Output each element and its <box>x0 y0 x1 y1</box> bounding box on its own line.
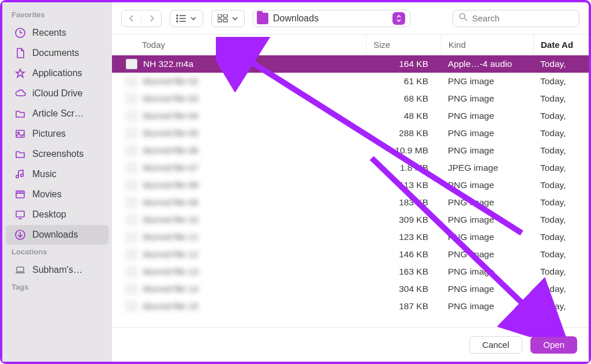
group-mode[interactable] <box>211 10 245 27</box>
file-size: 183 KB <box>366 197 441 208</box>
file-date: Today, <box>533 59 589 69</box>
file-row[interactable]: blurred-file-0448 KBPNG imageToday, <box>112 107 589 125</box>
file-row[interactable]: blurred-file-11123 KBPNG imageToday, <box>112 228 589 246</box>
file-row[interactable]: blurred-file-15187 KBPNG imageToday, <box>112 298 589 315</box>
sidebar-item-screenshots[interactable]: Screenshots <box>6 144 109 164</box>
file-date: Today, <box>533 249 589 260</box>
file-kind: PNG image <box>441 301 533 312</box>
file-name: blurred-file-05 <box>143 128 366 138</box>
sidebar-item-machine[interactable]: Subham's… <box>6 260 109 280</box>
file-row[interactable]: blurred-file-0261 KBPNG imageToday, <box>112 73 589 90</box>
file-row[interactable]: blurred-file-12146 KBPNG imageToday, <box>112 246 589 263</box>
file-size: 48 KB <box>366 111 441 121</box>
file-row[interactable]: blurred-file-05288 KBPNG imageToday, <box>112 125 589 142</box>
file-date: Today, <box>533 93 589 104</box>
file-row[interactable]: blurred-file-071.8 MBJPEG imageToday, <box>112 159 589 177</box>
sidebar: FavoritesRecentsDocumentsApplicationsiCl… <box>2 2 112 362</box>
sidebar-item-label: Applications <box>32 68 82 78</box>
view-mode-list[interactable] <box>170 10 203 27</box>
sidebar-item-movies[interactable]: Movies <box>6 185 109 204</box>
file-date: Today, <box>533 111 589 121</box>
file-icon <box>126 180 137 190</box>
svg-rect-22 <box>223 14 227 17</box>
sidebar-item-label: Music <box>32 169 57 179</box>
file-icon <box>126 76 137 87</box>
col-date[interactable]: Date Ad <box>533 35 589 55</box>
file-row[interactable]: NH 322.m4a164 KBApple…-4 audioToday, <box>112 55 589 73</box>
file-size: 163 KB <box>366 267 441 277</box>
col-size[interactable]: Size <box>366 35 441 55</box>
sidebar-item-label: Article Scr… <box>32 108 84 119</box>
file-kind: PNG image <box>441 284 533 294</box>
sidebar-item-downloads[interactable]: Downloads <box>6 225 109 245</box>
sidebar-item-icloud[interactable]: iCloud Drive <box>6 84 109 103</box>
file-kind: Apple…-4 audio <box>441 59 533 69</box>
file-row[interactable]: blurred-file-14304 KBPNG imageToday, <box>112 280 589 298</box>
file-kind: PNG image <box>441 249 533 260</box>
file-size: 1.8 MB <box>366 163 441 173</box>
file-row[interactable]: blurred-file-10309 KBPNG imageToday, <box>112 211 589 228</box>
file-row[interactable]: blurred-file-0368 KBPNG imageToday, <box>112 90 589 107</box>
svg-point-2 <box>18 132 20 134</box>
svg-point-3 <box>16 175 19 178</box>
file-kind: PNG image <box>441 93 533 104</box>
svg-point-15 <box>177 15 178 16</box>
sidebar-item-documents[interactable]: Documents <box>6 43 109 63</box>
file-name: blurred-file-10 <box>143 215 366 225</box>
svg-rect-13 <box>17 267 24 272</box>
file-icon <box>126 249 137 260</box>
open-button[interactable]: Open <box>530 336 577 354</box>
col-kind[interactable]: Kind <box>441 35 533 55</box>
sidebar-section-header: Favorites <box>2 8 112 22</box>
col-name[interactable]: Today <box>112 40 366 50</box>
file-name: blurred-file-15 <box>143 301 366 312</box>
sidebar-item-music[interactable]: Music <box>6 164 109 184</box>
file-date: Today, <box>533 197 589 208</box>
file-row[interactable]: blurred-file-09183 KBPNG imageToday, <box>112 194 589 211</box>
cancel-button[interactable]: Cancel <box>469 336 523 354</box>
sidebar-item-recents[interactable]: Recents <box>6 23 109 43</box>
file-date: Today, <box>533 232 589 242</box>
back-button[interactable] <box>122 15 141 22</box>
sidebar-item-desktop[interactable]: Desktop <box>6 205 109 224</box>
column-headers[interactable]: Today Size Kind Date Ad <box>112 35 589 55</box>
file-list[interactable]: NH 322.m4a164 KBApple…-4 audioToday,blur… <box>112 55 589 327</box>
file-row[interactable]: blurred-file-13163 KBPNG imageToday, <box>112 263 589 280</box>
dialog-footer: Cancel Open <box>112 327 589 362</box>
file-icon <box>126 267 137 277</box>
file-name: blurred-file-07 <box>143 163 366 173</box>
file-icon <box>126 93 137 104</box>
search-field[interactable] <box>452 10 579 27</box>
picture-icon <box>14 127 27 140</box>
search-icon <box>459 13 467 24</box>
file-kind: PNG image <box>441 197 533 208</box>
svg-rect-24 <box>223 19 227 22</box>
search-input[interactable] <box>472 13 582 23</box>
svg-point-25 <box>460 14 465 19</box>
folder-icon <box>257 13 268 24</box>
file-name: blurred-file-08 <box>143 180 366 190</box>
file-size: 68 KB <box>366 93 441 104</box>
file-name: blurred-file-12 <box>143 249 366 260</box>
svg-point-17 <box>177 18 178 19</box>
svg-line-26 <box>465 18 467 21</box>
file-date: Today, <box>533 76 589 87</box>
file-icon <box>126 59 137 69</box>
file-icon <box>126 197 137 208</box>
sidebar-item-label: Screenshots <box>32 149 84 159</box>
file-row[interactable]: blurred-file-08113 KBPNG imageToday, <box>112 177 589 194</box>
sidebar-item-label: Downloads <box>32 230 78 240</box>
sidebar-item-applications[interactable]: Applications <box>6 63 109 83</box>
svg-rect-10 <box>16 211 24 217</box>
file-name: NH 322.m4a <box>143 59 366 69</box>
file-date: Today, <box>533 163 589 173</box>
location-popup[interactable]: Downloads <box>253 10 410 27</box>
cloud-icon <box>14 87 27 100</box>
file-name: blurred-file-03 <box>143 93 366 104</box>
forward-button[interactable] <box>141 15 161 22</box>
sidebar-item-article[interactable]: Article Scr… <box>6 104 109 123</box>
file-name: blurred-file-02 <box>143 76 366 87</box>
nav-back-forward[interactable] <box>121 10 162 27</box>
file-row[interactable]: blurred-file-0610.9 MBPNG imageToday, <box>112 142 589 159</box>
sidebar-item-pictures[interactable]: Pictures <box>6 124 109 144</box>
